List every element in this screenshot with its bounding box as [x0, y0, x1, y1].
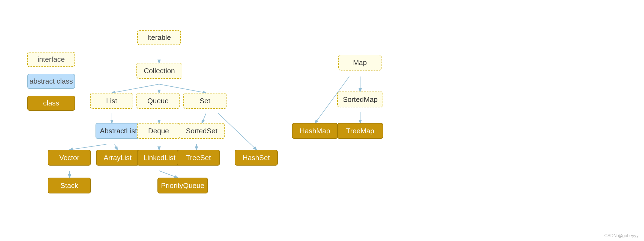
sorted-set-node: SortedSet	[179, 123, 225, 139]
abstract-list-label: AbstractList	[100, 127, 137, 135]
queue-label: Queue	[147, 97, 169, 105]
sorted-map-node: SortedMap	[337, 92, 383, 107]
queue-node: Queue	[136, 93, 180, 109]
list-node: List	[90, 93, 133, 109]
legend-abstract: abstract class	[27, 74, 75, 89]
svg-line-1	[112, 84, 159, 93]
iterable-label: Iterable	[147, 33, 171, 42]
linked-list-node: LinkedList	[137, 150, 182, 166]
svg-line-7	[70, 144, 106, 150]
svg-line-8	[115, 144, 117, 150]
vector-label: Vector	[59, 154, 79, 162]
priority-queue-node: PriorityQueue	[157, 178, 208, 193]
hash-set-label: HashSet	[243, 154, 270, 162]
hash-map-node: HashMap	[292, 123, 338, 139]
legend-interface-label: interface	[38, 55, 65, 64]
hash-map-label: HashMap	[300, 127, 330, 135]
deque-node: Deque	[137, 123, 180, 139]
deque-label: Deque	[148, 127, 169, 135]
legend-class: class	[27, 96, 75, 111]
stack-label: Stack	[60, 181, 78, 190]
list-label: List	[106, 97, 117, 105]
collection-node: Collection	[136, 63, 182, 79]
watermark: CSDN @gobeyyy	[604, 233, 639, 238]
legend-class-label: class	[43, 99, 59, 107]
hash-set-node: HashSet	[235, 150, 278, 166]
map-node: Map	[338, 55, 381, 70]
watermark-text: CSDN @gobeyyy	[604, 233, 639, 238]
tree-map-label: TreeMap	[346, 127, 374, 135]
legend-interface: interface	[27, 52, 75, 67]
iterable-node: Iterable	[137, 30, 181, 45]
array-list-label: ArrayList	[104, 154, 132, 162]
collection-label: Collection	[144, 67, 175, 75]
tree-set-node: TreeSet	[177, 150, 220, 166]
svg-line-13	[159, 171, 177, 178]
set-node: Set	[183, 93, 226, 109]
set-label: Set	[199, 97, 210, 105]
tree-map-node: TreeMap	[337, 123, 383, 139]
stack-node: Stack	[48, 178, 91, 193]
array-list-node: ArrayList	[96, 150, 139, 166]
linked-list-label: LinkedList	[144, 154, 175, 162]
svg-line-6	[202, 113, 206, 123]
vector-node: Vector	[48, 150, 91, 166]
legend-abstract-label: abstract class	[29, 77, 73, 86]
svg-line-3	[159, 84, 206, 93]
map-label: Map	[353, 58, 367, 67]
priority-queue-label: PriorityQueue	[161, 181, 204, 190]
sorted-set-label: SortedSet	[186, 127, 217, 135]
tree-set-label: TreeSet	[186, 154, 211, 162]
abstract-list-node: AbstractList	[96, 123, 141, 139]
sorted-map-label: SortedMap	[343, 95, 377, 104]
